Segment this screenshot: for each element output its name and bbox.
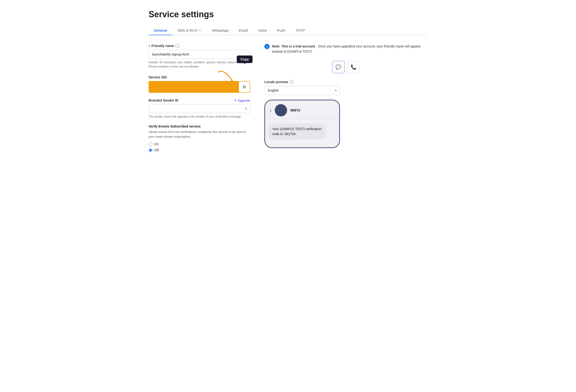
branded-sender-hint: The sender name that appears in the head… (149, 114, 250, 119)
friendly-name-label: • Friendly name i (149, 44, 250, 48)
branded-sender-select-wrapper (149, 104, 250, 113)
verify-events-on-radio[interactable] (149, 142, 152, 146)
note-text: Note: This is a trial account . Once you… (272, 44, 427, 54)
note-box: i Note: This is a trial account . Once y… (264, 44, 427, 54)
phone-contact-info: 85972 (290, 108, 300, 112)
locale-select-wrapper: English Spanish French German Portuguese (264, 86, 340, 95)
phone-preview-button[interactable]: 📞 (347, 61, 360, 73)
copy-button[interactable]: ⧉ (239, 82, 250, 92)
phone-body: Your (SAMPLE TEST) verification code is:… (265, 119, 339, 147)
verify-events-title: Verify Events Subscribed service (149, 124, 250, 128)
verify-events-off-row: Off (149, 148, 250, 152)
chat-icon: 💬 (336, 64, 341, 70)
tab-general[interactable]: General (149, 26, 172, 35)
note-info-icon: i (264, 44, 270, 49)
verify-events-on-label: On (154, 142, 159, 146)
branded-sender-label: Branded Sender ID (149, 98, 178, 102)
locale-info-icon[interactable]: i (289, 80, 294, 84)
tab-voice[interactable]: Voice (253, 26, 272, 35)
locale-select[interactable]: English Spanish French German Portuguese (264, 86, 340, 95)
phone-number: 85972 (290, 108, 300, 112)
phone-avatar (275, 104, 287, 116)
branded-sender-select[interactable] (149, 104, 250, 113)
phone-back-icon: ‹ (270, 108, 271, 113)
sms-rcs-badge: ✦× (198, 29, 202, 32)
verify-events-off-label: Off (154, 148, 159, 152)
sms-message-bubble: Your (SAMPLE TEST) verification code is:… (268, 124, 326, 139)
tab-totp[interactable]: TOTP (290, 26, 310, 35)
friendly-name-info-icon[interactable]: i (175, 44, 179, 48)
phone-header: ‹ 85972 (265, 100, 339, 119)
required-indicator: • (149, 44, 150, 48)
tab-whatsapp[interactable]: WhatsApp (207, 26, 234, 35)
verify-events-off-radio[interactable] (149, 148, 152, 152)
tab-email[interactable]: Email (234, 26, 253, 35)
tab-sms-rcs[interactable]: SMS & RCS ✦× (172, 26, 207, 35)
spark-icon: ✦ (234, 99, 237, 102)
copy-icon: ⧉ (243, 84, 246, 89)
copy-tooltip: Copy (237, 56, 253, 63)
friendly-name-hint: Include: 30 characters max, letters, num… (149, 60, 250, 69)
verify-events-desc: Allows events from the verifications cre… (149, 130, 250, 139)
upgrade-button[interactable]: ✦ Upgrade (234, 99, 250, 102)
friendly-name-input[interactable] (149, 50, 250, 59)
service-sid-label: Service SID (149, 75, 250, 79)
page-title: Service settings (149, 9, 427, 19)
service-sid-value (149, 82, 239, 92)
preview-icons: 💬 📞 (264, 61, 427, 73)
branded-sender-row: Branded Sender ID ✦ Upgrade (149, 98, 250, 102)
chat-preview-button[interactable]: 💬 (332, 61, 345, 73)
tabs-nav: General SMS & RCS ✦× WhatsApp Email Voic… (149, 26, 427, 35)
service-sid-row: ⧉ (149, 81, 250, 93)
tab-push[interactable]: Push (272, 26, 290, 35)
locale-preview-label: Locale preview i (264, 80, 427, 84)
verify-events-on-row: On (149, 142, 250, 146)
phone-icon: 📞 (351, 64, 356, 70)
phone-mockup: ‹ 85972 Your (SAMPLE TEST) verification … (264, 100, 340, 148)
